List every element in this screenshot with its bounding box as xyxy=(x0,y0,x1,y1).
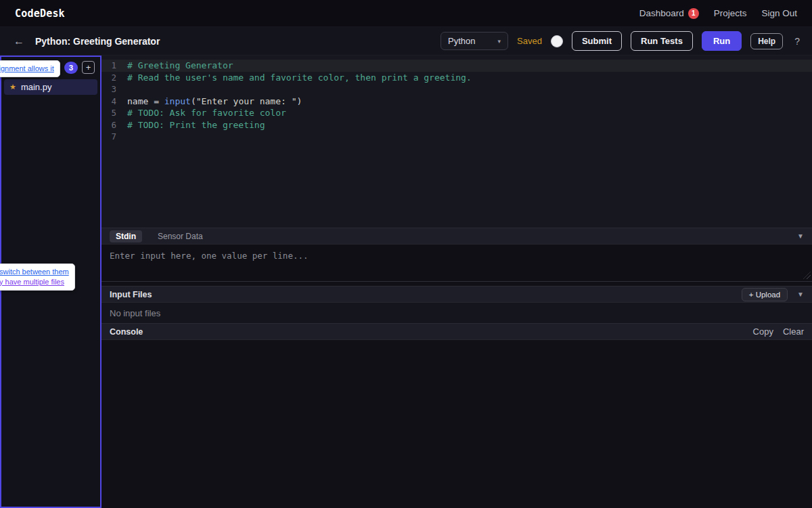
stdin-input-wrap xyxy=(102,245,812,282)
nav-projects[interactable]: Projects xyxy=(714,8,747,18)
nav-sign-out-label: Sign Out xyxy=(761,8,797,18)
add-file-button[interactable]: + xyxy=(82,61,95,74)
toolbar-actions: Python ▾ Saved Submit Run Tests Run Help… xyxy=(441,31,803,51)
code-text: # TODO: Print the greeting xyxy=(127,119,265,131)
code-editor[interactable]: 1# Greeting Generator2# Read the user's … xyxy=(102,56,812,228)
tooltip-bottom: switch between them y have multiple file… xyxy=(0,263,75,291)
language-select[interactable]: Python ▾ xyxy=(441,32,508,50)
line-number: 2 xyxy=(102,72,127,84)
console-output[interactable] xyxy=(102,340,812,508)
code-text: # Read the user's name and favorite colo… xyxy=(127,72,472,84)
input-files-header: Input Files + Upload ▼ xyxy=(102,286,812,303)
notification-badge: 1 xyxy=(688,8,699,19)
code-line[interactable]: 3 xyxy=(102,83,812,96)
tooltip-top: signment allows it xyxy=(0,60,60,77)
app-logo: CodeDesk xyxy=(15,7,65,20)
editor-column: 1# Greeting Generator2# Read the user's … xyxy=(102,56,812,508)
file-name: main.py xyxy=(21,82,52,92)
code-text: # Greeting Generator xyxy=(127,60,233,72)
back-arrow-icon[interactable]: ← xyxy=(9,34,28,49)
code-line[interactable]: 2# Read the user's name and favorite col… xyxy=(102,72,812,84)
console-title: Console xyxy=(110,327,143,337)
tooltip-bottom-link-2[interactable]: y have multiple files xyxy=(0,278,64,286)
console-header: Console Copy Clear xyxy=(102,323,812,340)
line-number: 4 xyxy=(102,96,127,108)
upload-button[interactable]: + Upload xyxy=(742,288,788,301)
tab-sensor-data[interactable]: Sensor Data xyxy=(152,230,209,242)
copy-button[interactable]: Copy xyxy=(753,326,773,337)
file-tab-main-py[interactable]: ★ main.py xyxy=(4,79,97,95)
code-line[interactable]: 4name = input("Enter your name: ") xyxy=(102,96,812,108)
top-navigation: Dashboard 1 Projects Sign Out xyxy=(639,8,797,19)
run-tests-button[interactable]: Run Tests xyxy=(631,31,693,51)
line-number: 7 xyxy=(102,131,127,143)
code-text: name = input("Enter your name: ") xyxy=(127,96,302,108)
file-sidebar: 3 + ★ main.py signment allows it switch … xyxy=(0,56,102,508)
theme-toggle[interactable] xyxy=(551,35,563,47)
tab-stdin[interactable]: Stdin xyxy=(110,230,142,242)
assignment-title: Python: Greeting Generator xyxy=(35,36,160,47)
line-number: 1 xyxy=(102,60,127,72)
question-mark-icon[interactable]: ? xyxy=(792,36,803,47)
chevron-down-icon: ▾ xyxy=(498,38,501,45)
collapse-input-files-icon[interactable]: ▼ xyxy=(797,291,804,298)
collapse-stdin-icon[interactable]: ▼ xyxy=(797,232,804,240)
code-line[interactable]: 1# Greeting Generator xyxy=(102,60,812,72)
nav-dashboard[interactable]: Dashboard 1 xyxy=(639,8,699,19)
submit-button[interactable]: Submit xyxy=(572,31,622,51)
line-number: 5 xyxy=(102,107,127,119)
code-line[interactable]: 5# TODO: Ask for favorite color xyxy=(102,107,812,119)
file-count-badge: 3 xyxy=(64,62,78,74)
code-line[interactable]: 7 xyxy=(102,131,812,143)
clear-button[interactable]: Clear xyxy=(783,326,804,337)
help-button[interactable]: Help xyxy=(750,33,783,49)
stdin-input[interactable] xyxy=(102,245,812,282)
save-status: Saved xyxy=(517,36,542,46)
code-lines: 1# Greeting Generator2# Read the user's … xyxy=(102,60,812,143)
nav-dashboard-label: Dashboard xyxy=(639,8,684,18)
stdin-tabs: Stdin Sensor Data xyxy=(110,230,209,242)
line-number: 3 xyxy=(102,83,127,96)
stdin-panel-header: Stdin Sensor Data ▼ xyxy=(102,228,812,245)
code-text: # TODO: Ask for favorite color xyxy=(127,107,286,119)
nav-projects-label: Projects xyxy=(714,8,747,18)
input-files-actions: + Upload ▼ xyxy=(742,288,804,301)
nav-sign-out[interactable]: Sign Out xyxy=(761,8,797,18)
line-number: 6 xyxy=(102,119,127,131)
code-line[interactable]: 6# TODO: Print the greeting xyxy=(102,119,812,131)
language-select-value: Python xyxy=(448,36,475,46)
input-files-title: Input Files xyxy=(110,290,152,299)
star-icon: ★ xyxy=(9,83,16,91)
topbar: CodeDesk Dashboard 1 Projects Sign Out xyxy=(0,0,812,27)
assignment-toolbar: ← Python: Greeting Generator Python ▾ Sa… xyxy=(0,27,812,56)
console-actions: Copy Clear xyxy=(753,326,804,337)
tooltip-top-link[interactable]: signment allows it xyxy=(0,64,54,72)
main-content: 3 + ★ main.py signment allows it switch … xyxy=(0,56,812,508)
input-files-empty: No input files xyxy=(102,303,812,323)
run-button[interactable]: Run xyxy=(702,31,742,51)
tooltip-bottom-link-1[interactable]: switch between them xyxy=(0,268,69,276)
